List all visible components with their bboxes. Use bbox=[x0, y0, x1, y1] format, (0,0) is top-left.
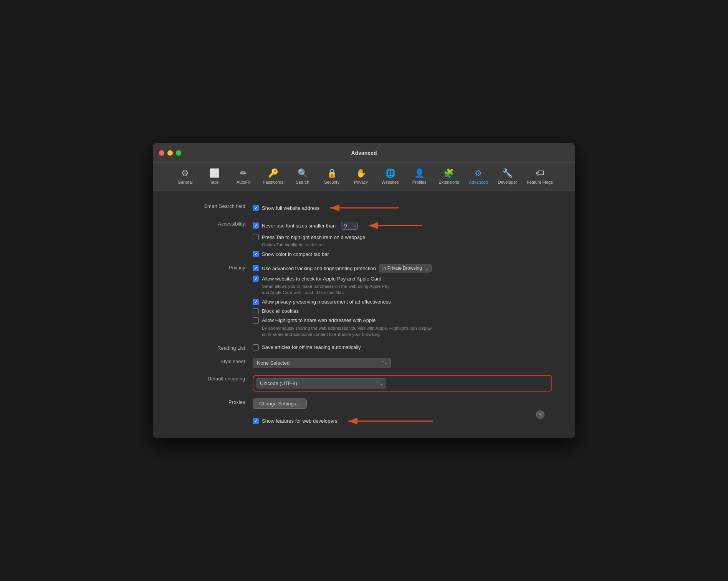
minimize-button[interactable] bbox=[167, 150, 173, 156]
style-sheet-select[interactable]: None Selected bbox=[253, 358, 391, 368]
tab-security[interactable]: 🔒 Security bbox=[318, 166, 346, 187]
advanced-icon: ⚙ bbox=[475, 168, 482, 178]
private-browsing-select[interactable]: in Private Browsing in All Browsing bbox=[379, 264, 432, 272]
settings-window: Advanced ⚙ General ⬜ Tabs ✏ AutoFill 🔑 P… bbox=[153, 143, 575, 438]
web-developers-row: Show features for web developers ? bbox=[176, 416, 552, 427]
tab-search[interactable]: 🔍 Search bbox=[289, 166, 316, 187]
tab-passwords-label: Passwords bbox=[263, 180, 283, 184]
help-button[interactable]: ? bbox=[536, 410, 544, 419]
default-encoding-highlight: Unicode (UTF-8) Western (ISO Latin 1) bbox=[253, 375, 552, 392]
apple-pay-label: Allow websites to check for Apple Pay an… bbox=[262, 276, 381, 282]
tab-autofill[interactable]: ✏ AutoFill bbox=[230, 166, 257, 187]
style-sheet-row: Style sheet: None Selected bbox=[176, 358, 552, 368]
save-articles-row: Save articles for offline reading automa… bbox=[253, 344, 552, 350]
font-size-select[interactable]: 9 10 11 12 bbox=[341, 222, 358, 230]
web-developers-content: Show features for web developers bbox=[253, 416, 552, 427]
highlights-label: Allow Highlights to share web addresses … bbox=[262, 317, 376, 323]
show-color-label: Show color in compact tab bar bbox=[262, 251, 329, 257]
change-settings-button[interactable]: Change Settings... bbox=[253, 398, 307, 409]
block-cookies-row: Block all cookies bbox=[253, 308, 552, 314]
arrow-show-address bbox=[326, 203, 403, 213]
passwords-icon: 🔑 bbox=[268, 168, 278, 178]
accessibility-label: Accessibility: bbox=[176, 220, 253, 227]
autofill-icon: ✏ bbox=[240, 168, 247, 178]
default-encoding-row: Default encoding: Unicode (UTF-8) Wester… bbox=[176, 375, 552, 392]
tab-advanced-label: Advanced bbox=[469, 180, 488, 184]
tab-tabs-label: Tabs bbox=[210, 180, 219, 184]
tab-featureflags-label: Feature Flags bbox=[527, 180, 553, 184]
default-encoding-select[interactable]: Unicode (UTF-8) Western (ISO Latin 1) bbox=[256, 378, 386, 388]
option-tab-text: Option-Tab highlights each item. bbox=[262, 242, 552, 248]
tab-profiles[interactable]: 👤 Profiles bbox=[405, 166, 433, 187]
privacy-content: Use advanced tracking and fingerprinting… bbox=[253, 264, 552, 337]
ad-effectiveness-label: Allow privacy-preserving measurement of … bbox=[262, 299, 391, 305]
tab-websites[interactable]: 🌐 Websites bbox=[376, 166, 404, 187]
tab-developer-label: Developer bbox=[498, 180, 517, 184]
apple-pay-checkbox[interactable] bbox=[253, 276, 259, 282]
style-sheet-content: None Selected bbox=[253, 358, 552, 368]
tab-advanced[interactable]: ⚙ Advanced bbox=[465, 166, 492, 187]
show-color-checkbox[interactable] bbox=[253, 251, 259, 257]
tracking-protection-label: Use advanced tracking and fingerprinting… bbox=[262, 266, 376, 271]
tab-autofill-label: AutoFill bbox=[237, 180, 251, 184]
ad-effectiveness-checkbox[interactable] bbox=[253, 299, 259, 305]
default-encoding-label: Default encoding: bbox=[176, 375, 253, 382]
tracking-protection-row: Use advanced tracking and fingerprinting… bbox=[253, 264, 552, 272]
show-features-checkbox[interactable] bbox=[253, 418, 259, 424]
default-encoding-content: Unicode (UTF-8) Western (ISO Latin 1) bbox=[253, 375, 552, 392]
apple-pay-subtext: Safari allows you to make purchases on t… bbox=[262, 283, 552, 295]
highlights-row: Allow Highlights to share web addresses … bbox=[253, 317, 552, 324]
maximize-button[interactable] bbox=[176, 150, 181, 156]
save-articles-checkbox[interactable] bbox=[253, 344, 259, 350]
show-features-label: Show features for web developers bbox=[262, 418, 338, 424]
smart-search-checkbox-row: Show full website address bbox=[253, 203, 552, 213]
accessibility-content: Never use font sizes smaller than 9 10 1… bbox=[253, 220, 552, 257]
proxies-content: Change Settings... bbox=[253, 398, 552, 409]
arrow-web-developers bbox=[344, 416, 437, 427]
tab-developer[interactable]: 🔧 Developer bbox=[494, 166, 521, 187]
tab-passwords[interactable]: 🔑 Passwords bbox=[259, 166, 287, 187]
smart-search-row: Smart Search field: Show full website ad… bbox=[176, 203, 552, 213]
block-cookies-label: Block all cookies bbox=[262, 308, 299, 314]
private-browsing-select-wrapper: in Private Browsing in All Browsing bbox=[379, 264, 432, 272]
highlights-subtext: By anonymously sharing the web addresses… bbox=[262, 325, 552, 337]
default-encoding-select-wrapper: Unicode (UTF-8) Western (ISO Latin 1) bbox=[256, 378, 386, 388]
style-sheet-select-wrapper: None Selected bbox=[253, 358, 391, 368]
reading-list-row: Reading List: Save articles for offline … bbox=[176, 344, 552, 351]
font-size-row: Never use font sizes smaller than 9 10 1… bbox=[253, 220, 552, 231]
block-cookies-checkbox[interactable] bbox=[253, 308, 259, 314]
reading-list-label: Reading List: bbox=[176, 344, 253, 351]
window-title: Advanced bbox=[351, 150, 377, 156]
tab-privacy-label: Privacy bbox=[354, 180, 368, 184]
tab-websites-label: Websites bbox=[382, 180, 399, 184]
tab-privacy[interactable]: ✋ Privacy bbox=[347, 166, 375, 187]
privacy-row: Privacy: Use advanced tracking and finge… bbox=[176, 264, 552, 337]
tab-extensions[interactable]: 🧩 Extensions bbox=[435, 166, 463, 187]
proxies-row: Proxies: Change Settings... bbox=[176, 398, 552, 409]
apple-pay-row: Allow websites to check for Apple Pay an… bbox=[253, 276, 552, 282]
toolbar: ⚙ General ⬜ Tabs ✏ AutoFill 🔑 Passwords … bbox=[153, 163, 575, 191]
smart-search-checkbox[interactable] bbox=[253, 205, 259, 211]
press-tab-checkbox[interactable] bbox=[253, 234, 259, 240]
tab-featureflags[interactable]: 🏷 Feature Flags bbox=[523, 166, 557, 187]
tab-general[interactable]: ⚙ General bbox=[171, 166, 199, 187]
close-button[interactable] bbox=[159, 150, 164, 156]
press-tab-label: Press Tab to highlight each item on a we… bbox=[262, 234, 365, 240]
smart-search-content: Show full website address bbox=[253, 203, 552, 213]
font-size-checkbox[interactable] bbox=[253, 222, 259, 229]
content-area: Smart Search field: Show full website ad… bbox=[153, 191, 575, 438]
tab-profiles-label: Profiles bbox=[412, 180, 427, 184]
tracking-protection-checkbox[interactable] bbox=[253, 265, 259, 271]
highlights-checkbox[interactable] bbox=[253, 317, 259, 324]
smart-search-label: Smart Search field: bbox=[176, 203, 253, 209]
press-tab-row: Press Tab to highlight each item on a we… bbox=[253, 234, 552, 240]
tab-tabs[interactable]: ⬜ Tabs bbox=[200, 166, 228, 187]
accessibility-row: Accessibility: Never use font sizes smal… bbox=[176, 220, 552, 257]
tabs-icon: ⬜ bbox=[209, 168, 220, 178]
featureflags-icon: 🏷 bbox=[536, 168, 544, 178]
developer-icon: 🔧 bbox=[502, 168, 513, 178]
tab-general-label: General bbox=[178, 180, 193, 184]
reading-list-content: Save articles for offline reading automa… bbox=[253, 344, 552, 350]
font-size-select-wrapper: 9 10 11 12 bbox=[341, 222, 358, 230]
save-articles-label: Save articles for offline reading automa… bbox=[262, 344, 361, 350]
